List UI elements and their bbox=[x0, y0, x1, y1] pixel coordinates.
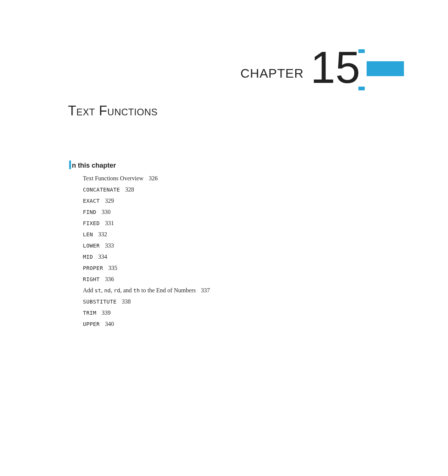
chapter-number: 15 bbox=[311, 45, 360, 90]
toc-label: PROPER bbox=[83, 265, 103, 271]
toc-label: SUBSTITUTE bbox=[83, 299, 116, 305]
toc-item: FIXED331 bbox=[83, 220, 210, 226]
toc-label-part: , bbox=[101, 287, 104, 293]
toc-item: TRIM339 bbox=[83, 310, 210, 316]
toc-item: PROPER335 bbox=[83, 265, 210, 271]
toc-item: MID334 bbox=[83, 254, 210, 260]
toc-label: LOWER bbox=[83, 243, 100, 249]
toc-item: SUBSTITUTE338 bbox=[83, 299, 210, 305]
toc-page-number: 339 bbox=[102, 309, 111, 316]
toc-page-number: 337 bbox=[201, 287, 210, 293]
toc-label: EXACT bbox=[83, 198, 100, 204]
table-of-contents: Text Functions Overview326CONCATENATE328… bbox=[83, 175, 210, 332]
toc-label-part: rd bbox=[114, 287, 120, 293]
toc-label: Add st, nd, rd, and th to the End of Num… bbox=[83, 287, 196, 293]
toc-label: RIGHT bbox=[83, 276, 100, 282]
toc-item: EXACT329 bbox=[83, 198, 210, 204]
toc-label-part: , bbox=[111, 287, 114, 293]
toc-label: MID bbox=[83, 254, 93, 260]
toc-page-number: 335 bbox=[108, 265, 117, 271]
toc-label: TRIM bbox=[83, 310, 96, 316]
toc-page-number: 332 bbox=[98, 231, 107, 237]
toc-label-part: nd bbox=[104, 287, 111, 293]
toc-label: FIND bbox=[83, 209, 96, 215]
toc-label: CONCATENATE bbox=[83, 187, 120, 193]
toc-item: UPPER340 bbox=[83, 321, 210, 327]
chapter-title: Text Functions bbox=[68, 103, 158, 119]
toc-label-part: Add bbox=[83, 287, 95, 293]
toc-label-part: to the End of Numbers bbox=[140, 287, 196, 293]
toc-label: LEN bbox=[83, 231, 93, 237]
toc-item: CONCATENATE328 bbox=[83, 187, 210, 193]
toc-label: UPPER bbox=[83, 321, 100, 327]
toc-item: LOWER333 bbox=[83, 243, 210, 249]
toc-label-part: th bbox=[133, 287, 140, 293]
in-this-chapter-heading: In this chapter bbox=[68, 158, 116, 172]
toc-page-number: 330 bbox=[102, 209, 111, 215]
toc-item: Add st, nd, rd, and th to the End of Num… bbox=[83, 287, 210, 293]
toc-page-number: 333 bbox=[105, 242, 114, 249]
in-this-chapter-text: n this chapter bbox=[72, 162, 116, 169]
toc-page-number: 334 bbox=[98, 253, 107, 260]
toc-page-number: 328 bbox=[125, 186, 134, 193]
toc-item: LEN332 bbox=[83, 231, 210, 237]
chapter-header: CHAPTER 15 bbox=[240, 45, 360, 90]
chapter-label: CHAPTER bbox=[240, 66, 304, 90]
toc-item: FIND330 bbox=[83, 209, 210, 215]
toc-page-number: 326 bbox=[149, 175, 158, 181]
toc-label-part: st bbox=[95, 287, 101, 293]
toc-page-number: 336 bbox=[105, 276, 114, 282]
toc-item: Text Functions Overview326 bbox=[83, 175, 210, 181]
toc-label-part: , and bbox=[120, 287, 133, 293]
toc-label: Text Functions Overview bbox=[83, 175, 143, 181]
toc-page-number: 338 bbox=[122, 298, 131, 305]
decoration-bar bbox=[367, 61, 404, 76]
toc-label: FIXED bbox=[83, 220, 100, 226]
toc-item: RIGHT336 bbox=[83, 276, 210, 282]
toc-page-number: 340 bbox=[105, 321, 114, 327]
toc-page-number: 331 bbox=[105, 220, 114, 226]
page: CHAPTER 15 Text Functions In this chapte… bbox=[0, 0, 448, 476]
toc-page-number: 329 bbox=[105, 197, 114, 204]
